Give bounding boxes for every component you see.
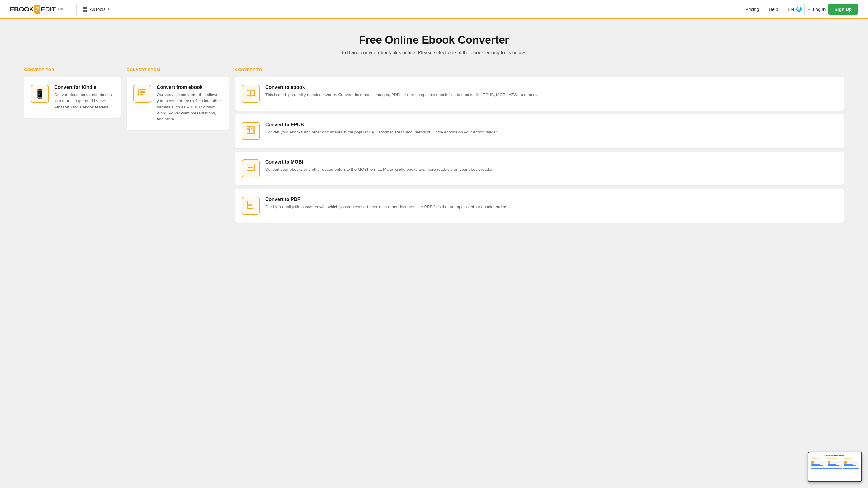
- to-mobi-icon-wrap: [242, 159, 260, 177]
- to-mobi-icon: [246, 163, 255, 174]
- thumb-bottom-bars: [811, 468, 859, 469]
- convert-for-label: CONVERT FOR: [24, 67, 121, 72]
- thumb-col-header-2: CONVERT FROM: [827, 458, 843, 460]
- to-epub-title: Convert to EPUB: [265, 122, 837, 127]
- help-link[interactable]: Help: [769, 7, 778, 12]
- globe-icon: 🌐: [796, 6, 802, 12]
- card-to-mobi[interactable]: Convert to MOBI Convert your ebooks and …: [235, 152, 844, 185]
- card-to-epub[interactable]: Convert to EPUB Convert your ebooks and …: [235, 114, 844, 148]
- thumb-col-header-1: CONVERT FOR: [811, 458, 826, 460]
- logo-2: 2: [34, 5, 40, 13]
- card-kindle[interactable]: 📱 Convert for Kindle Convert documents a…: [24, 77, 121, 118]
- to-epub-content: Convert to EPUB Convert your ebooks and …: [265, 122, 837, 135]
- to-mobi-title: Convert to MOBI: [265, 159, 837, 165]
- from-ebook-desc: Our versatile converter that allows you …: [157, 92, 222, 122]
- svg-rect-6: [250, 127, 253, 134]
- convert-from-column: CONVERT FROM Convert from ebook Our ve: [127, 67, 229, 130]
- thumb-card-3: [844, 461, 859, 467]
- thumb-blue-bar-1: [811, 468, 842, 469]
- kindle-content: Convert for Kindle Convert documents and…: [54, 85, 114, 110]
- thumb-bar2-1: [811, 465, 823, 466]
- to-mobi-desc: Convert your ebooks and other documents …: [265, 167, 837, 173]
- thumb-bar-2: [828, 464, 836, 465]
- login-label: Log In: [813, 7, 826, 12]
- main-content: Free Online Ebook Converter Edit and con…: [0, 19, 868, 488]
- logo-ebook: EBOOK: [10, 5, 34, 13]
- signup-button[interactable]: Sign Up: [828, 4, 858, 15]
- convert-from-label: CONVERT FROM: [127, 67, 229, 72]
- thumb-icon-2: [828, 461, 830, 464]
- from-ebook-content: Convert from ebook Our versatile convert…: [157, 85, 222, 122]
- thumb-bar2-3: [844, 465, 856, 466]
- kindle-desc: Convert documents and ebooks to a format…: [54, 92, 114, 110]
- header-divider: [76, 4, 76, 15]
- from-ebook-icon: [137, 88, 147, 100]
- to-ebook-title: Convert to ebook: [265, 85, 837, 90]
- card-to-ebook[interactable]: Convert to ebook This is our high-qualit…: [235, 77, 844, 110]
- thumb-bar-3: [844, 464, 852, 465]
- from-ebook-icon-wrap: [133, 85, 151, 103]
- to-ebook-icon-wrap: [242, 85, 260, 103]
- page-subtitle: Edit and convert ebook files online. Ple…: [24, 50, 844, 56]
- to-ebook-content: Convert to ebook This is our high-qualit…: [265, 85, 837, 98]
- thumbnail-overlay: Free Online Ebook Converter CONVERT FOR …: [808, 452, 862, 482]
- grid-icon: [83, 7, 87, 12]
- to-epub-icon-wrap: [242, 122, 260, 140]
- from-ebook-title: Convert from ebook: [157, 85, 222, 90]
- to-epub-icon: [246, 125, 255, 137]
- thumb-title: Free Online Ebook Converter: [811, 455, 859, 457]
- logo-edit: EDIT: [41, 5, 56, 13]
- converter-columns: CONVERT FOR 📱 Convert for Kindle Convert…: [24, 67, 844, 223]
- logo[interactable]: EBOOK2EDIT.com: [10, 5, 63, 13]
- header: EBOOK2EDIT.com All tools ▾ Pricing Help …: [0, 0, 868, 19]
- to-pdf-title: Convert to PDF: [265, 197, 837, 202]
- thumb-blue-bar-2: [843, 468, 859, 469]
- convert-for-column: CONVERT FOR 📱 Convert for Kindle Convert…: [24, 67, 121, 118]
- kindle-icon: 📱: [35, 89, 45, 99]
- login-button[interactable]: → Log In: [807, 7, 826, 12]
- thumb-icon-3: [844, 461, 846, 464]
- thumb-col-headers: CONVERT FOR CONVERT FROM CONVERT TO: [811, 458, 859, 460]
- card-to-pdf[interactable]: Convert to PDF Our high-quality file con…: [235, 189, 844, 223]
- thumb-card-1: [811, 461, 826, 467]
- to-pdf-desc: Our high-quality file converter with whi…: [265, 204, 837, 210]
- svg-rect-11: [253, 127, 255, 134]
- to-pdf-content: Convert to PDF Our high-quality file con…: [265, 197, 837, 210]
- thumbnail-content: Free Online Ebook Converter CONVERT FOR …: [808, 452, 861, 471]
- auth-divider: [804, 4, 805, 15]
- pricing-link[interactable]: Pricing: [745, 7, 759, 12]
- convert-to-label: CONVERT TO: [235, 67, 844, 72]
- card-from-ebook[interactable]: Convert from ebook Our versatile convert…: [127, 77, 229, 130]
- to-epub-desc: Convert your ebooks and other documents …: [265, 129, 837, 135]
- nav-links: Pricing Help EN 🌐: [745, 6, 802, 12]
- thumb-bar-1: [811, 464, 820, 465]
- all-tools-label: All tools: [90, 7, 106, 12]
- kindle-icon-wrap: 📱: [31, 85, 49, 103]
- login-icon: →: [807, 7, 811, 12]
- to-mobi-content: Convert to MOBI Convert your ebooks and …: [265, 159, 837, 173]
- all-tools-button[interactable]: All tools ▾: [83, 7, 110, 12]
- to-pdf-icon-wrap: [242, 197, 260, 215]
- thumb-icon-1: [811, 461, 814, 464]
- lang-label: EN: [788, 7, 794, 12]
- language-button[interactable]: EN 🌐: [788, 6, 802, 12]
- thumb-bar2-2: [828, 465, 839, 466]
- thumb-card-2: [827, 461, 842, 467]
- convert-to-column: CONVERT TO Convert to ebook This is our …: [235, 67, 844, 223]
- svg-rect-16: [247, 201, 253, 209]
- thumb-col-header-3: CONVERT TO: [844, 458, 859, 460]
- to-pdf-icon: [246, 200, 255, 212]
- chevron-down-icon: ▾: [108, 7, 110, 11]
- logo-com: .com: [56, 7, 63, 10]
- svg-rect-5: [247, 127, 250, 134]
- to-ebook-icon: [246, 88, 255, 100]
- kindle-title: Convert for Kindle: [54, 85, 114, 90]
- thumb-cards: [811, 461, 859, 467]
- to-ebook-desc: This is our high-quality ebook converter…: [265, 92, 837, 98]
- page-title: Free Online Ebook Converter: [24, 34, 844, 46]
